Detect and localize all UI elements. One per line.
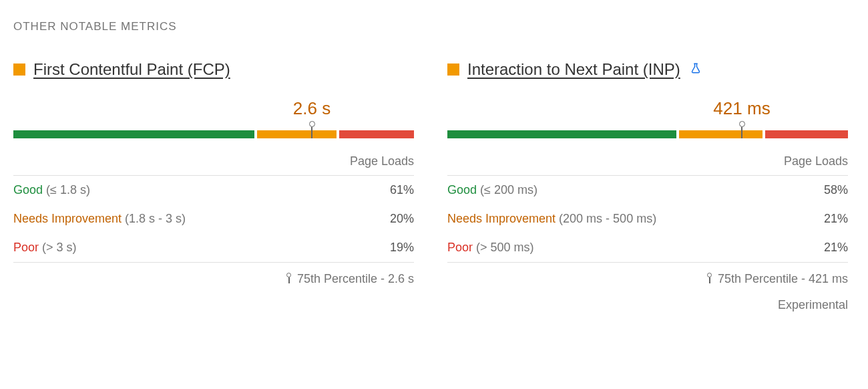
percentile-row: 75th Percentile - 2.6 s	[13, 262, 414, 286]
experimental-label: Experimental	[447, 298, 848, 312]
bar-segment-needs-improvement	[679, 130, 762, 138]
dist-row-good: Good (≤ 200 ms) 58%	[447, 176, 848, 205]
metrics-row: First Contentful Paint (FCP) 2.6 s Page …	[13, 60, 855, 312]
poor-range: (> 3 s)	[42, 241, 77, 254]
table-header-page-loads: Page Loads	[13, 154, 414, 176]
metric-title-row: Interaction to Next Paint (INP)	[447, 60, 848, 80]
experimental-flask-icon[interactable]	[690, 62, 702, 78]
dist-row-poor: Poor (> 500 ms) 21%	[447, 233, 848, 262]
dist-label: Good (≤ 200 ms)	[447, 183, 537, 197]
bar-segment-poor	[339, 130, 414, 138]
bar-segment-good	[447, 130, 676, 138]
metric-value-fcp: 2.6 s	[13, 98, 414, 118]
ni-range: (200 ms - 500 ms)	[559, 212, 656, 225]
dist-row-good: Good (≤ 1.8 s) 61%	[13, 176, 414, 205]
ni-pct: 21%	[824, 212, 848, 226]
section-header: OTHER NOTABLE METRICS	[13, 20, 855, 33]
poor-label: Poor	[13, 241, 39, 254]
poor-range: (> 500 ms)	[476, 241, 534, 254]
poor-pct: 21%	[824, 241, 848, 255]
percentile-text: 75th Percentile - 421 ms	[718, 272, 848, 286]
good-pct: 61%	[390, 183, 414, 197]
ni-label: Needs Improvement	[13, 212, 122, 225]
dist-label: Good (≤ 1.8 s)	[13, 183, 90, 197]
distribution-bar-fcp	[13, 121, 414, 141]
percentile-marker-icon	[707, 273, 712, 285]
distribution-bar	[447, 130, 848, 138]
percentile-row: 75th Percentile - 421 ms	[447, 262, 848, 286]
bar-segment-good	[13, 130, 254, 138]
poor-pct: 19%	[390, 241, 414, 255]
bar-segment-needs-improvement	[257, 130, 336, 138]
ni-label: Needs Improvement	[447, 212, 556, 225]
metric-title-link-inp[interactable]: Interaction to Next Paint (INP)	[467, 60, 680, 80]
good-label: Good	[13, 183, 43, 197]
dist-row-ni: Needs Improvement (1.8 s - 3 s) 20%	[13, 205, 414, 233]
distribution-bar	[13, 130, 414, 138]
ni-range: (1.8 s - 3 s)	[125, 212, 186, 225]
metric-value-text: 2.6 s	[293, 98, 331, 119]
dist-label: Needs Improvement (1.8 s - 3 s)	[13, 212, 186, 226]
status-indicator-icon	[447, 63, 459, 76]
table-header-page-loads: Page Loads	[447, 154, 848, 176]
dist-row-ni: Needs Improvement (200 ms - 500 ms) 21%	[447, 205, 848, 233]
poor-label: Poor	[447, 241, 473, 254]
percentile-marker-icon	[286, 273, 292, 285]
good-range: (≤ 200 ms)	[480, 183, 537, 197]
metric-card-fcp: First Contentful Paint (FCP) 2.6 s Page …	[13, 60, 414, 312]
dist-label: Poor (> 500 ms)	[447, 241, 534, 255]
metric-card-inp: Interaction to Next Paint (INP) 421 ms P…	[447, 60, 848, 312]
good-label: Good	[447, 183, 477, 197]
dist-label: Poor (> 3 s)	[13, 241, 77, 255]
bar-segment-poor	[765, 130, 848, 138]
dist-label: Needs Improvement (200 ms - 500 ms)	[447, 212, 656, 226]
good-pct: 58%	[824, 183, 848, 197]
status-indicator-icon	[13, 63, 25, 76]
distribution-bar-inp	[447, 121, 848, 141]
metric-value-text: 421 ms	[713, 98, 770, 119]
dist-row-poor: Poor (> 3 s) 19%	[13, 233, 414, 262]
percentile-text: 75th Percentile - 2.6 s	[297, 272, 414, 286]
good-range: (≤ 1.8 s)	[46, 183, 90, 197]
metric-value-inp: 421 ms	[447, 98, 848, 118]
metric-title-link-fcp[interactable]: First Contentful Paint (FCP)	[33, 60, 230, 80]
metric-title-row: First Contentful Paint (FCP)	[13, 60, 414, 80]
ni-pct: 20%	[390, 212, 414, 226]
